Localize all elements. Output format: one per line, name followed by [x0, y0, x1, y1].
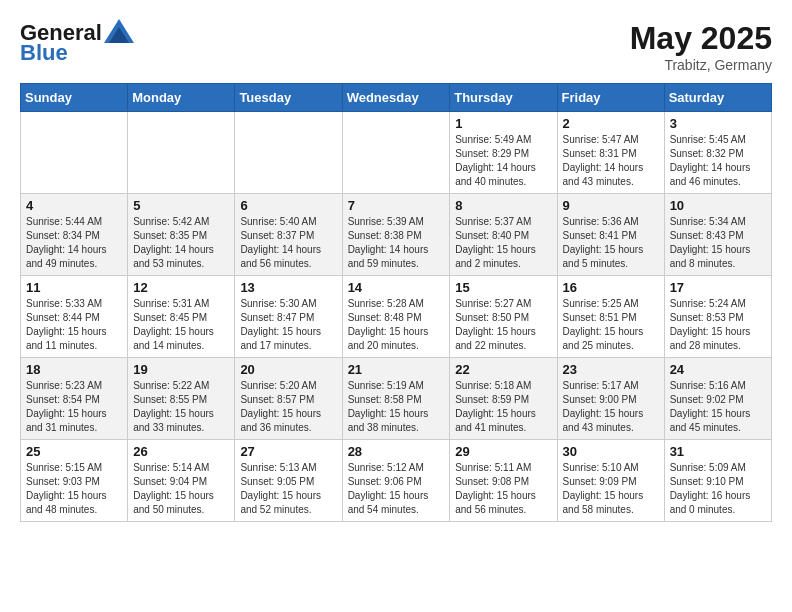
calendar-table: SundayMondayTuesdayWednesdayThursdayFrid…: [20, 83, 772, 522]
calendar-cell: 10Sunrise: 5:34 AM Sunset: 8:43 PM Dayli…: [664, 194, 771, 276]
calendar-cell: 20Sunrise: 5:20 AM Sunset: 8:57 PM Dayli…: [235, 358, 342, 440]
calendar-cell: [21, 112, 128, 194]
day-number: 24: [670, 362, 766, 377]
day-number: 10: [670, 198, 766, 213]
calendar-cell: 6Sunrise: 5:40 AM Sunset: 8:37 PM Daylig…: [235, 194, 342, 276]
calendar-cell: 11Sunrise: 5:33 AM Sunset: 8:44 PM Dayli…: [21, 276, 128, 358]
calendar-cell: 16Sunrise: 5:25 AM Sunset: 8:51 PM Dayli…: [557, 276, 664, 358]
day-info: Sunrise: 5:31 AM Sunset: 8:45 PM Dayligh…: [133, 297, 229, 353]
day-number: 18: [26, 362, 122, 377]
day-number: 20: [240, 362, 336, 377]
calendar-cell: [128, 112, 235, 194]
calendar-cell: 17Sunrise: 5:24 AM Sunset: 8:53 PM Dayli…: [664, 276, 771, 358]
day-info: Sunrise: 5:49 AM Sunset: 8:29 PM Dayligh…: [455, 133, 551, 189]
calendar-week-row: 11Sunrise: 5:33 AM Sunset: 8:44 PM Dayli…: [21, 276, 772, 358]
day-info: Sunrise: 5:16 AM Sunset: 9:02 PM Dayligh…: [670, 379, 766, 435]
day-info: Sunrise: 5:24 AM Sunset: 8:53 PM Dayligh…: [670, 297, 766, 353]
day-info: Sunrise: 5:25 AM Sunset: 8:51 PM Dayligh…: [563, 297, 659, 353]
calendar-cell: [342, 112, 450, 194]
calendar-cell: 28Sunrise: 5:12 AM Sunset: 9:06 PM Dayli…: [342, 440, 450, 522]
calendar-cell: 3Sunrise: 5:45 AM Sunset: 8:32 PM Daylig…: [664, 112, 771, 194]
calendar-cell: 8Sunrise: 5:37 AM Sunset: 8:40 PM Daylig…: [450, 194, 557, 276]
calendar-cell: 23Sunrise: 5:17 AM Sunset: 9:00 PM Dayli…: [557, 358, 664, 440]
location: Trabitz, Germany: [630, 57, 772, 73]
day-info: Sunrise: 5:19 AM Sunset: 8:58 PM Dayligh…: [348, 379, 445, 435]
day-number: 22: [455, 362, 551, 377]
day-info: Sunrise: 5:39 AM Sunset: 8:38 PM Dayligh…: [348, 215, 445, 271]
day-info: Sunrise: 5:20 AM Sunset: 8:57 PM Dayligh…: [240, 379, 336, 435]
calendar-cell: 12Sunrise: 5:31 AM Sunset: 8:45 PM Dayli…: [128, 276, 235, 358]
weekday-header-row: SundayMondayTuesdayWednesdayThursdayFrid…: [21, 84, 772, 112]
calendar-cell: [235, 112, 342, 194]
day-info: Sunrise: 5:36 AM Sunset: 8:41 PM Dayligh…: [563, 215, 659, 271]
day-number: 30: [563, 444, 659, 459]
day-number: 16: [563, 280, 659, 295]
day-number: 25: [26, 444, 122, 459]
calendar-cell: 2Sunrise: 5:47 AM Sunset: 8:31 PM Daylig…: [557, 112, 664, 194]
calendar-cell: 25Sunrise: 5:15 AM Sunset: 9:03 PM Dayli…: [21, 440, 128, 522]
day-number: 19: [133, 362, 229, 377]
day-number: 2: [563, 116, 659, 131]
logo-icon: [104, 19, 134, 43]
day-info: Sunrise: 5:34 AM Sunset: 8:43 PM Dayligh…: [670, 215, 766, 271]
page-header: General Blue May 2025 Trabitz, Germany: [20, 20, 772, 73]
weekday-header-tuesday: Tuesday: [235, 84, 342, 112]
day-number: 14: [348, 280, 445, 295]
day-number: 3: [670, 116, 766, 131]
weekday-header-monday: Monday: [128, 84, 235, 112]
calendar-cell: 18Sunrise: 5:23 AM Sunset: 8:54 PM Dayli…: [21, 358, 128, 440]
calendar-cell: 19Sunrise: 5:22 AM Sunset: 8:55 PM Dayli…: [128, 358, 235, 440]
calendar-cell: 30Sunrise: 5:10 AM Sunset: 9:09 PM Dayli…: [557, 440, 664, 522]
calendar-cell: 1Sunrise: 5:49 AM Sunset: 8:29 PM Daylig…: [450, 112, 557, 194]
calendar-cell: 15Sunrise: 5:27 AM Sunset: 8:50 PM Dayli…: [450, 276, 557, 358]
day-number: 17: [670, 280, 766, 295]
calendar-cell: 5Sunrise: 5:42 AM Sunset: 8:35 PM Daylig…: [128, 194, 235, 276]
day-info: Sunrise: 5:22 AM Sunset: 8:55 PM Dayligh…: [133, 379, 229, 435]
title-block: May 2025 Trabitz, Germany: [630, 20, 772, 73]
day-info: Sunrise: 5:45 AM Sunset: 8:32 PM Dayligh…: [670, 133, 766, 189]
day-info: Sunrise: 5:14 AM Sunset: 9:04 PM Dayligh…: [133, 461, 229, 517]
day-info: Sunrise: 5:33 AM Sunset: 8:44 PM Dayligh…: [26, 297, 122, 353]
calendar-cell: 7Sunrise: 5:39 AM Sunset: 8:38 PM Daylig…: [342, 194, 450, 276]
day-info: Sunrise: 5:17 AM Sunset: 9:00 PM Dayligh…: [563, 379, 659, 435]
day-info: Sunrise: 5:44 AM Sunset: 8:34 PM Dayligh…: [26, 215, 122, 271]
calendar-cell: 9Sunrise: 5:36 AM Sunset: 8:41 PM Daylig…: [557, 194, 664, 276]
weekday-header-wednesday: Wednesday: [342, 84, 450, 112]
calendar-cell: 27Sunrise: 5:13 AM Sunset: 9:05 PM Dayli…: [235, 440, 342, 522]
day-info: Sunrise: 5:47 AM Sunset: 8:31 PM Dayligh…: [563, 133, 659, 189]
calendar-week-row: 4Sunrise: 5:44 AM Sunset: 8:34 PM Daylig…: [21, 194, 772, 276]
day-info: Sunrise: 5:09 AM Sunset: 9:10 PM Dayligh…: [670, 461, 766, 517]
day-number: 4: [26, 198, 122, 213]
day-number: 31: [670, 444, 766, 459]
day-number: 21: [348, 362, 445, 377]
month-title: May 2025: [630, 20, 772, 57]
day-number: 1: [455, 116, 551, 131]
day-info: Sunrise: 5:18 AM Sunset: 8:59 PM Dayligh…: [455, 379, 551, 435]
day-info: Sunrise: 5:42 AM Sunset: 8:35 PM Dayligh…: [133, 215, 229, 271]
day-info: Sunrise: 5:27 AM Sunset: 8:50 PM Dayligh…: [455, 297, 551, 353]
weekday-header-saturday: Saturday: [664, 84, 771, 112]
calendar-week-row: 1Sunrise: 5:49 AM Sunset: 8:29 PM Daylig…: [21, 112, 772, 194]
calendar-week-row: 18Sunrise: 5:23 AM Sunset: 8:54 PM Dayli…: [21, 358, 772, 440]
calendar-cell: 26Sunrise: 5:14 AM Sunset: 9:04 PM Dayli…: [128, 440, 235, 522]
calendar-cell: 22Sunrise: 5:18 AM Sunset: 8:59 PM Dayli…: [450, 358, 557, 440]
day-number: 28: [348, 444, 445, 459]
calendar-cell: 13Sunrise: 5:30 AM Sunset: 8:47 PM Dayli…: [235, 276, 342, 358]
day-info: Sunrise: 5:15 AM Sunset: 9:03 PM Dayligh…: [26, 461, 122, 517]
day-number: 12: [133, 280, 229, 295]
day-info: Sunrise: 5:30 AM Sunset: 8:47 PM Dayligh…: [240, 297, 336, 353]
weekday-header-sunday: Sunday: [21, 84, 128, 112]
day-info: Sunrise: 5:10 AM Sunset: 9:09 PM Dayligh…: [563, 461, 659, 517]
calendar-week-row: 25Sunrise: 5:15 AM Sunset: 9:03 PM Dayli…: [21, 440, 772, 522]
day-number: 7: [348, 198, 445, 213]
day-info: Sunrise: 5:37 AM Sunset: 8:40 PM Dayligh…: [455, 215, 551, 271]
day-number: 13: [240, 280, 336, 295]
day-number: 23: [563, 362, 659, 377]
day-info: Sunrise: 5:13 AM Sunset: 9:05 PM Dayligh…: [240, 461, 336, 517]
weekday-header-thursday: Thursday: [450, 84, 557, 112]
logo-blue: Blue: [20, 40, 68, 66]
day-number: 9: [563, 198, 659, 213]
day-info: Sunrise: 5:12 AM Sunset: 9:06 PM Dayligh…: [348, 461, 445, 517]
day-number: 26: [133, 444, 229, 459]
calendar-cell: 31Sunrise: 5:09 AM Sunset: 9:10 PM Dayli…: [664, 440, 771, 522]
